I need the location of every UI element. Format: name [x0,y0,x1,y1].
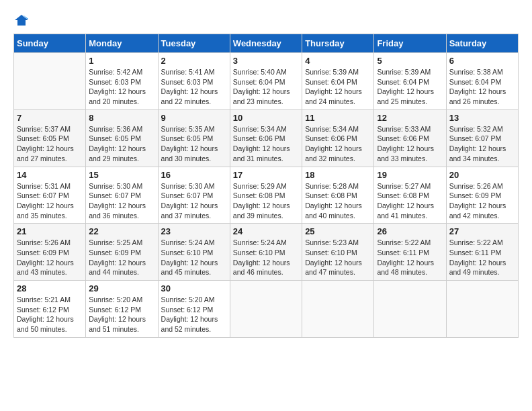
calendar-cell: 10Sunrise: 5:34 AMSunset: 6:06 PMDayligh… [230,109,302,167]
day-info: Sunrise: 5:24 AMSunset: 6:10 PMDaylight:… [161,238,227,277]
column-header-saturday: Saturday [446,34,518,53]
calendar-cell: 17Sunrise: 5:29 AMSunset: 6:08 PMDayligh… [230,167,302,224]
day-number: 3 [233,56,299,66]
week-row-3: 14Sunrise: 5:31 AMSunset: 6:07 PMDayligh… [14,167,519,224]
page-header [13,13,519,27]
day-info: Sunrise: 5:42 AMSunset: 6:03 PMDaylight:… [89,67,154,107]
calendar-cell: 19Sunrise: 5:27 AMSunset: 6:08 PMDayligh… [374,167,446,224]
day-number: 25 [305,226,371,236]
calendar-cell: 25Sunrise: 5:23 AMSunset: 6:10 PMDayligh… [302,224,374,281]
day-info: Sunrise: 5:23 AMSunset: 6:10 PMDaylight:… [305,238,371,277]
day-info: Sunrise: 5:20 AMSunset: 6:12 PMDaylight:… [89,295,154,334]
day-number: 16 [161,170,227,180]
day-info: Sunrise: 5:21 AMSunset: 6:12 PMDaylight:… [17,295,83,334]
day-number: 20 [449,170,515,180]
day-number: 29 [89,283,154,293]
day-number: 7 [17,113,83,123]
calendar-cell [446,281,518,338]
calendar-cell: 3Sunrise: 5:40 AMSunset: 6:04 PMDaylight… [230,53,302,110]
calendar-cell: 24Sunrise: 5:24 AMSunset: 6:10 PMDayligh… [230,224,302,281]
day-number: 23 [161,226,227,236]
week-row-4: 21Sunrise: 5:26 AMSunset: 6:09 PMDayligh… [14,224,519,281]
day-info: Sunrise: 5:31 AMSunset: 6:07 PMDaylight:… [17,181,83,221]
day-info: Sunrise: 5:36 AMSunset: 6:05 PMDaylight:… [89,124,154,164]
day-number: 28 [17,283,83,293]
day-info: Sunrise: 5:33 AMSunset: 6:06 PMDaylight:… [377,124,443,164]
column-header-thursday: Thursday [302,34,374,53]
day-info: Sunrise: 5:25 AMSunset: 6:09 PMDaylight:… [89,238,154,277]
calendar-cell: 5Sunrise: 5:39 AMSunset: 6:04 PMDaylight… [374,53,446,110]
calendar-cell: 30Sunrise: 5:20 AMSunset: 6:12 PMDayligh… [158,281,230,338]
day-info: Sunrise: 5:38 AMSunset: 6:04 PMDaylight:… [449,67,515,107]
day-number: 18 [305,170,371,180]
day-number: 2 [161,56,227,66]
calendar-cell: 9Sunrise: 5:35 AMSunset: 6:05 PMDaylight… [158,109,230,167]
day-info: Sunrise: 5:32 AMSunset: 6:07 PMDaylight:… [449,124,515,164]
calendar-cell: 23Sunrise: 5:24 AMSunset: 6:10 PMDayligh… [158,224,230,281]
calendar-cell: 29Sunrise: 5:20 AMSunset: 6:12 PMDayligh… [86,281,158,338]
calendar-cell: 28Sunrise: 5:21 AMSunset: 6:12 PMDayligh… [14,281,86,338]
calendar-cell: 20Sunrise: 5:26 AMSunset: 6:09 PMDayligh… [446,167,518,224]
day-info: Sunrise: 5:24 AMSunset: 6:10 PMDaylight:… [233,238,299,277]
week-row-5: 28Sunrise: 5:21 AMSunset: 6:12 PMDayligh… [14,281,519,338]
day-number: 5 [377,56,443,66]
day-number: 14 [17,170,83,180]
column-header-wednesday: Wednesday [230,34,302,53]
day-number: 9 [161,113,227,123]
day-info: Sunrise: 5:40 AMSunset: 6:04 PMDaylight:… [233,67,299,107]
day-number: 11 [305,113,371,123]
day-info: Sunrise: 5:26 AMSunset: 6:09 PMDaylight:… [449,181,515,221]
calendar-cell: 13Sunrise: 5:32 AMSunset: 6:07 PMDayligh… [446,109,518,167]
svg-marker-0 [15,15,28,26]
calendar-cell: 4Sunrise: 5:39 AMSunset: 6:04 PMDaylight… [302,53,374,110]
column-header-tuesday: Tuesday [158,34,230,53]
calendar-cell: 27Sunrise: 5:22 AMSunset: 6:11 PMDayligh… [446,224,518,281]
calendar-cell [230,281,302,338]
day-number: 27 [449,226,515,236]
day-info: Sunrise: 5:28 AMSunset: 6:08 PMDaylight:… [305,181,371,221]
calendar-cell: 22Sunrise: 5:25 AMSunset: 6:09 PMDayligh… [86,224,158,281]
column-header-sunday: Sunday [14,34,86,53]
column-header-monday: Monday [86,34,158,53]
day-number: 15 [89,170,154,180]
day-info: Sunrise: 5:34 AMSunset: 6:06 PMDaylight:… [305,124,371,164]
day-info: Sunrise: 5:22 AMSunset: 6:11 PMDaylight:… [377,238,443,277]
calendar-cell: 7Sunrise: 5:37 AMSunset: 6:05 PMDaylight… [14,109,86,167]
day-number: 17 [233,170,299,180]
calendar-cell [374,281,446,338]
day-number: 21 [17,226,83,236]
day-number: 26 [377,226,443,236]
logo-icon [13,13,30,27]
day-info: Sunrise: 5:41 AMSunset: 6:03 PMDaylight:… [161,67,227,107]
calendar-table: SundayMondayTuesdayWednesdayThursdayFrid… [13,34,519,338]
logo [13,13,32,27]
day-info: Sunrise: 5:20 AMSunset: 6:12 PMDaylight:… [161,295,227,334]
day-info: Sunrise: 5:34 AMSunset: 6:06 PMDaylight:… [233,124,299,164]
day-number: 13 [449,113,515,123]
day-info: Sunrise: 5:30 AMSunset: 6:07 PMDaylight:… [161,181,227,221]
calendar-cell: 11Sunrise: 5:34 AMSunset: 6:06 PMDayligh… [302,109,374,167]
calendar-cell: 2Sunrise: 5:41 AMSunset: 6:03 PMDaylight… [158,53,230,110]
day-info: Sunrise: 5:22 AMSunset: 6:11 PMDaylight:… [449,238,515,277]
day-number: 8 [89,113,154,123]
column-header-friday: Friday [374,34,446,53]
calendar-cell: 6Sunrise: 5:38 AMSunset: 6:04 PMDaylight… [446,53,518,110]
day-info: Sunrise: 5:37 AMSunset: 6:05 PMDaylight:… [17,124,83,164]
calendar-cell: 14Sunrise: 5:31 AMSunset: 6:07 PMDayligh… [14,167,86,224]
day-info: Sunrise: 5:27 AMSunset: 6:08 PMDaylight:… [377,181,443,221]
calendar-cell: 21Sunrise: 5:26 AMSunset: 6:09 PMDayligh… [14,224,86,281]
day-info: Sunrise: 5:30 AMSunset: 6:07 PMDaylight:… [89,181,154,221]
day-number: 10 [233,113,299,123]
day-info: Sunrise: 5:29 AMSunset: 6:08 PMDaylight:… [233,181,299,221]
day-number: 19 [377,170,443,180]
calendar-cell: 1Sunrise: 5:42 AMSunset: 6:03 PMDaylight… [86,53,158,110]
day-info: Sunrise: 5:39 AMSunset: 6:04 PMDaylight:… [377,67,443,107]
header-row: SundayMondayTuesdayWednesdayThursdayFrid… [14,34,519,53]
week-row-1: 1Sunrise: 5:42 AMSunset: 6:03 PMDaylight… [14,53,519,110]
day-info: Sunrise: 5:39 AMSunset: 6:04 PMDaylight:… [305,67,371,107]
calendar-cell: 16Sunrise: 5:30 AMSunset: 6:07 PMDayligh… [158,167,230,224]
day-number: 24 [233,226,299,236]
calendar-cell: 12Sunrise: 5:33 AMSunset: 6:06 PMDayligh… [374,109,446,167]
calendar-cell: 15Sunrise: 5:30 AMSunset: 6:07 PMDayligh… [86,167,158,224]
calendar-cell [302,281,374,338]
